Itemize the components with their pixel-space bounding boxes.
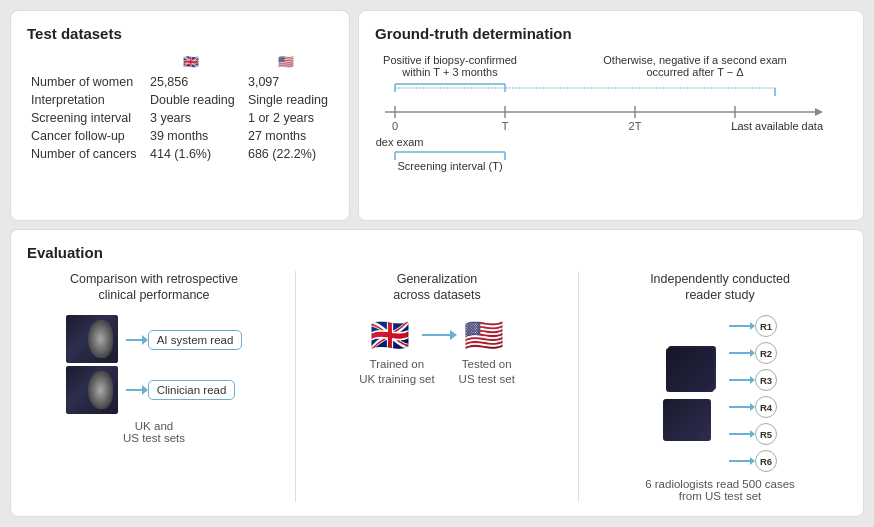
datasets-table: 🇬🇧 🇺🇸 Number of women 25,856 3,097 Inter… (27, 52, 333, 163)
reader-diagram: R1 R2 R3 R4 R5 R6 (663, 315, 777, 472)
flag-uk-gen: 🇬🇧 (370, 319, 410, 351)
reader-mammo-bottom (663, 399, 711, 441)
bottom-row: Evaluation Comparison with retrospective… (10, 229, 864, 518)
gt-svg: Positive if biopsy-confirmed within T + … (375, 52, 835, 172)
row-label: Cancer follow-up (27, 127, 142, 145)
row-us-val: 686 (22.2%) (240, 145, 333, 163)
svg-marker-10 (815, 108, 823, 116)
reader-circle-R3: R3 (755, 369, 777, 391)
gen-diagram: 🇬🇧 🇺🇸 (370, 319, 504, 351)
reader-arrow-line (729, 433, 751, 435)
svg-text:2T: 2T (629, 120, 642, 132)
trained-label: Trained onUK training set (359, 357, 434, 387)
table-row: Screening interval 3 years 1 or 2 years (27, 109, 333, 127)
top-row: Test datasets 🇬🇧 🇺🇸 Number of women 25,8… (10, 10, 864, 221)
reader-row: R6 (729, 450, 777, 472)
reader-mammo-group (663, 346, 721, 441)
eval-section-reader: Independently conductedreader study (593, 271, 847, 503)
reader-circle-R2: R2 (755, 342, 777, 364)
flag-uk: 🇬🇧 (142, 52, 240, 73)
row-uk-val: 3 years (142, 109, 240, 127)
mammo-img-top (66, 315, 118, 363)
reader-arrow-line (729, 325, 751, 327)
svg-text:Index exam: Index exam (375, 136, 423, 148)
eval-sections: Comparison with retrospectiveclinical pe… (27, 271, 847, 503)
ground-truth-card: Ground-truth determination Positive if b… (358, 10, 864, 221)
table-row: Interpretation Double reading Single rea… (27, 91, 333, 109)
eval-section-gen: Generalizationacross datasets 🇬🇧 🇺🇸 Trai… (310, 271, 564, 503)
svg-text:T: T (502, 120, 509, 132)
ai-arrow (126, 339, 144, 341)
clinician-read-row: Clinician read (126, 380, 236, 400)
svg-text:within T + 3 months: within T + 3 months (401, 66, 498, 78)
clinician-read-box: Clinician read (148, 380, 236, 400)
table-row: Cancer follow-up 39 months 27 months (27, 127, 333, 145)
row-label: Number of cancers (27, 145, 142, 163)
clinical-diagram: AI system read Clinician read (66, 315, 243, 414)
flag-us-gen: 🇺🇸 (464, 319, 504, 351)
mammogram-stack (66, 315, 118, 414)
svg-text:Last available data: Last available data (731, 120, 824, 132)
row-us-val: Single reading (240, 91, 333, 109)
reader-circle-R4: R4 (755, 396, 777, 418)
reader-mammo-2 (666, 348, 714, 392)
test-datasets-title: Test datasets (27, 25, 333, 42)
svg-text:Positive if biopsy-confirmed: Positive if biopsy-confirmed (383, 54, 517, 66)
reader-arrow-line (729, 406, 751, 408)
reader-circle-R6: R6 (755, 450, 777, 472)
svg-text:0: 0 (392, 120, 398, 132)
reader-row: R4 (729, 396, 777, 418)
row-uk-val: 39 months (142, 127, 240, 145)
test-datasets-card: Test datasets 🇬🇧 🇺🇸 Number of women 25,8… (10, 10, 350, 221)
reader-row: R3 (729, 369, 777, 391)
uk-us-label: UK andUS test sets (123, 420, 185, 444)
reader-arrow-line (729, 379, 751, 381)
clinician-arrow (126, 389, 144, 391)
reader-circle-R1: R1 (755, 315, 777, 337)
divider-2 (578, 271, 579, 503)
ground-truth-title: Ground-truth determination (375, 25, 847, 42)
row-label: Number of women (27, 73, 142, 91)
eval-section-clinical: Comparison with retrospectiveclinical pe… (27, 271, 281, 503)
reader-row: R1 (729, 315, 777, 337)
reader-arrows: R1 R2 R3 R4 R5 R6 (729, 315, 777, 472)
row-uk-val: Double reading (142, 91, 240, 109)
gen-title: Generalizationacross datasets (393, 271, 481, 304)
reader-arrow-line (729, 352, 751, 354)
gt-diagram: Positive if biopsy-confirmed within T + … (375, 52, 847, 175)
table-row: Number of women 25,856 3,097 (27, 73, 333, 91)
tested-label: Tested onUS test set (459, 357, 515, 387)
svg-text:occurred after T − Δ: occurred after T − Δ (646, 66, 744, 78)
reader-study-label: 6 radiologists read 500 casesfrom US tes… (645, 478, 795, 502)
row-uk-val: 25,856 (142, 73, 240, 91)
reader-title: Independently conductedreader study (650, 271, 790, 304)
clinical-title: Comparison with retrospectiveclinical pe… (70, 271, 238, 304)
arrows-col: AI system read Clinician read (126, 330, 243, 400)
reader-circle-R5: R5 (755, 423, 777, 445)
svg-text:Otherwise, negative if a secon: Otherwise, negative if a second exam (603, 54, 786, 66)
table-row: Number of cancers 414 (1.6%) 686 (22.2%) (27, 145, 333, 163)
reader-arrow-line (729, 460, 751, 462)
svg-text:Screening interval (T): Screening interval (T) (397, 160, 502, 172)
row-label: Interpretation (27, 91, 142, 109)
row-us-val: 27 months (240, 127, 333, 145)
ai-read-box: AI system read (148, 330, 243, 350)
divider-1 (295, 271, 296, 503)
row-label: Screening interval (27, 109, 142, 127)
row-uk-val: 414 (1.6%) (142, 145, 240, 163)
row-us-val: 3,097 (240, 73, 333, 91)
gen-labels: Trained onUK training set Tested onUS te… (359, 357, 515, 387)
ai-read-row: AI system read (126, 330, 243, 350)
evaluation-card: Evaluation Comparison with retrospective… (10, 229, 864, 518)
evaluation-title: Evaluation (27, 244, 847, 261)
flag-us: 🇺🇸 (240, 52, 333, 73)
row-us-val: 1 or 2 years (240, 109, 333, 127)
mammo-img-bottom (66, 366, 118, 414)
main-container: Test datasets 🇬🇧 🇺🇸 Number of women 25,8… (0, 0, 874, 527)
reader-row: R5 (729, 423, 777, 445)
reader-row: R2 (729, 342, 777, 364)
